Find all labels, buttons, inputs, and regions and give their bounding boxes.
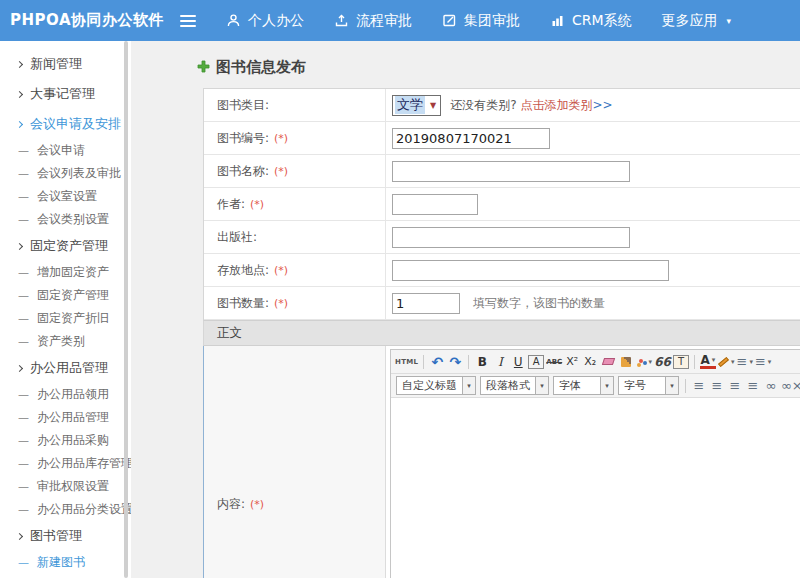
align-justify-icon[interactable]: ≡ (745, 377, 761, 395)
superscript-icon[interactable]: X² (564, 353, 580, 371)
caret-down-icon: ▾ (535, 377, 548, 394)
custom-title-select[interactable]: 自定义标题▾ (396, 376, 476, 395)
blockquote-icon[interactable]: 66 (654, 353, 671, 371)
sidebar-item[interactable]: —办公用品库存管理 (17, 452, 131, 475)
sidebar-item[interactable]: —办公用品采购 (17, 429, 131, 452)
sidebar-item[interactable]: 大事记管理 (17, 79, 131, 109)
form-field-cell (386, 122, 800, 154)
form-label-cell: 图书类目: (204, 89, 386, 121)
sidebar-item-label: 会议申请及安排 (30, 115, 121, 133)
sidebar-item[interactable]: 图书管理 (17, 521, 131, 551)
sidebar-item[interactable]: —会议列表及审批 (17, 162, 131, 185)
location-input[interactable] (392, 260, 669, 281)
content-label-cell: 内容:(*) (204, 346, 386, 578)
nav-label: 集团审批 (464, 12, 520, 30)
font-color-icon[interactable]: A▾ (700, 354, 716, 369)
underline-icon[interactable]: U (510, 353, 526, 371)
italic-icon[interactable]: I (492, 353, 508, 371)
code-input[interactable] (392, 128, 550, 149)
sidebar-item-label: 固定资产管理 (30, 237, 108, 255)
sidebar-item[interactable]: —会议室设置 (17, 185, 131, 208)
strikethrough-icon[interactable]: ABC (546, 353, 562, 371)
form-field-cell (386, 155, 800, 187)
sidebar-item[interactable]: —办公用品分类设置 (17, 498, 131, 521)
subscript-icon[interactable]: X₂ (582, 353, 598, 371)
sidebar-item[interactable]: —新建图书 (17, 551, 131, 574)
top-navigation-bar: PHPOA协同办公软件 个人办公 流程审批 集团审批 (0, 0, 800, 41)
form-row-quantity: 图书数量:(*)填写数字，该图书的数量 (204, 287, 800, 320)
align-center-icon[interactable]: ≡ (709, 377, 725, 395)
sidebar-item[interactable]: —图书管理 (17, 574, 131, 578)
edit-square-icon (442, 13, 457, 28)
ordered-list-icon[interactable]: ≡▾ (736, 353, 752, 371)
dash-icon: — (18, 190, 29, 203)
html-source-button[interactable]: HTML (395, 353, 418, 371)
sidebar-item-label: 办公用品领用 (37, 386, 109, 403)
clean-format-icon[interactable] (618, 353, 634, 371)
bold-icon[interactable]: B (474, 353, 490, 371)
sidebar-item-label: 办公用品管理 (30, 359, 108, 377)
nav-crm-system[interactable]: CRM系统 (550, 12, 632, 30)
unlink-icon[interactable]: ∞× (781, 377, 800, 395)
menu-toggle-icon[interactable] (178, 14, 198, 27)
sidebar-item[interactable]: —固定资产折旧 (17, 307, 131, 330)
form-row-location: 存放地点:(*) (204, 254, 800, 287)
nav-more-apps[interactable]: 更多应用 ▾ (662, 12, 732, 30)
quick-format-icon[interactable]: ▾ (636, 353, 652, 371)
font-family-select[interactable]: 字体▾ (553, 376, 614, 395)
nav-personal-office[interactable]: 个人办公 (226, 12, 304, 30)
sidebar-item-label: 固定资产折旧 (37, 310, 109, 327)
caret-down-icon: ▾ (712, 356, 716, 364)
editor-toolbar-row-2: 自定义标题▾段落格式▾字体▾字号▾≡≡≡≡∞∞×+ (391, 374, 800, 398)
redo-icon[interactable]: ↷ (447, 353, 463, 371)
app-brand: PHPOA协同办公软件 (0, 11, 178, 30)
sidebar-item[interactable]: 办公用品管理 (17, 353, 131, 383)
align-left-icon[interactable]: ≡ (691, 377, 707, 395)
sidebar-item[interactable]: —办公用品领用 (17, 383, 131, 406)
add-category-link[interactable]: 点击添加类别 (521, 97, 593, 114)
align-right-icon[interactable]: ≡ (727, 377, 743, 395)
selected-option: 文学 (395, 96, 425, 114)
sidebar-item[interactable]: —会议申请 (17, 139, 131, 162)
highlight-color-icon[interactable]: ▾ (718, 353, 735, 371)
sidebar-item-label: 审批权限设置 (37, 478, 109, 495)
sidebar-item-label: 会议申请 (37, 142, 85, 159)
bar-chart-icon (550, 13, 565, 28)
form-label-cell: 图书编号:(*) (204, 122, 386, 154)
sidebar-item[interactable]: —会议类别设置 (17, 208, 131, 231)
caret-down-icon: ▾ (731, 358, 735, 366)
sidebar-item[interactable]: —审批权限设置 (17, 475, 131, 498)
highlight-color-icon (718, 356, 729, 366)
category-select[interactable]: 文学▼ (392, 95, 441, 116)
sidebar-item[interactable]: 固定资产管理 (17, 231, 131, 261)
eraser-icon[interactable] (600, 353, 616, 371)
editor-content-area[interactable] (391, 398, 800, 578)
sidebar-item[interactable]: —资产类别 (17, 330, 131, 353)
nav-workflow-approval[interactable]: 流程审批 (334, 12, 412, 30)
paragraph-format-select[interactable]: 段落格式▾ (480, 376, 549, 395)
sidebar-item-label: 图书管理 (30, 527, 82, 545)
sidebar-item[interactable]: —办公用品管理 (17, 406, 131, 429)
title-input[interactable] (392, 161, 630, 182)
sidebar-item[interactable]: —增加固定资产 (17, 261, 131, 284)
sidebar-item-label: 办公用品管理 (37, 409, 109, 426)
link-icon[interactable]: ∞ (763, 377, 779, 395)
required-mark: (*) (274, 297, 288, 310)
paste-as-text-icon[interactable]: T (673, 355, 689, 369)
add-category-arrows[interactable]: >> (593, 98, 613, 112)
font-size-select[interactable]: 字号▾ (618, 376, 679, 395)
sidebar-item[interactable]: 会议申请及安排 (17, 109, 131, 139)
form-label-cell: 存放地点:(*) (204, 254, 386, 286)
publisher-input[interactable] (392, 227, 630, 248)
required-mark: (*) (250, 198, 264, 211)
font-style-icon[interactable]: A (528, 355, 544, 369)
nav-group-approval[interactable]: 集团审批 (442, 12, 520, 30)
author-input[interactable] (392, 194, 478, 215)
dash-icon: — (18, 556, 29, 569)
sidebar-item[interactable]: —固定资产管理 (17, 284, 131, 307)
quantity-input[interactable] (392, 293, 460, 314)
undo-icon[interactable]: ↶ (429, 353, 445, 371)
sidebar-item[interactable]: 新闻管理 (17, 49, 131, 79)
unordered-list-icon[interactable]: ≡▾ (755, 353, 771, 371)
sidebar-scrollbar[interactable] (124, 41, 128, 578)
